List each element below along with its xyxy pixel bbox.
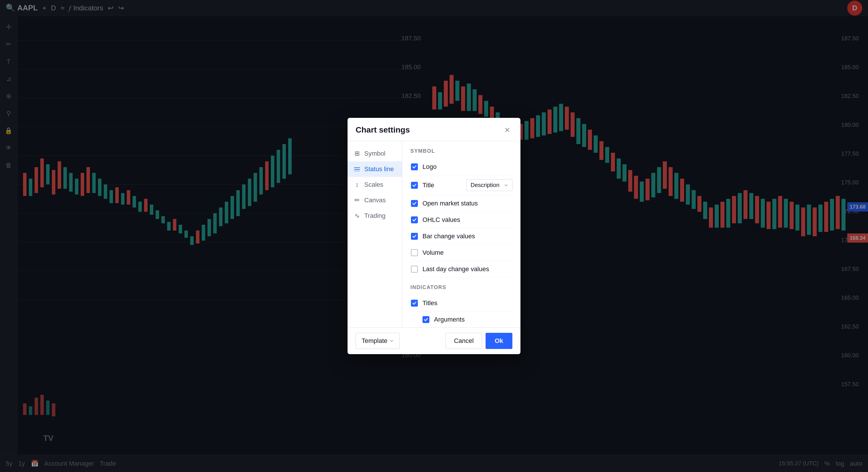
modal-nav: ⊞ Symbol Status line ↕ Scales xyxy=(347,141,402,327)
check-icon xyxy=(412,164,417,169)
chevron-down-icon xyxy=(504,183,508,187)
nav-item-status-line[interactable]: Status line xyxy=(347,161,402,177)
modal-header: Chart settings xyxy=(347,118,521,141)
modal-title: Chart settings xyxy=(355,125,410,134)
bar-change-values-row: Bar change values xyxy=(410,228,513,245)
titles-row: Titles xyxy=(410,295,513,312)
logo-label: Logo xyxy=(423,163,513,170)
nav-label-scales: Scales xyxy=(364,181,383,188)
close-icon xyxy=(504,127,510,133)
ohlc-label: OHLC values xyxy=(423,216,513,224)
bar-change-checkbox[interactable] xyxy=(411,233,418,240)
titles-checkbox-wrapper[interactable] xyxy=(410,299,418,307)
title-dropdown[interactable]: Description xyxy=(466,179,513,191)
check-icon xyxy=(412,201,417,206)
volume-label: Volume xyxy=(423,249,513,256)
check-icon xyxy=(412,234,417,239)
logo-checkbox-wrapper[interactable] xyxy=(410,163,418,171)
volume-checkbox-wrapper[interactable] xyxy=(410,249,418,257)
check-icon xyxy=(412,218,417,222)
nav-item-trading[interactable]: ∿ Trading xyxy=(347,208,402,224)
title-label: Title xyxy=(423,182,462,189)
nav-label-status-line: Status line xyxy=(364,165,394,173)
title-checkbox[interactable] xyxy=(411,182,418,189)
chevron-down-icon xyxy=(390,339,394,343)
open-market-status-label: Open market status xyxy=(423,200,513,207)
close-button[interactable] xyxy=(502,125,513,135)
trading-nav-icon: ∿ xyxy=(353,212,361,220)
modal-footer: Template Cancel Ok xyxy=(347,327,521,354)
last-day-change-checkbox-wrapper[interactable] xyxy=(410,265,418,273)
canvas-nav-icon: ✏ xyxy=(353,196,361,204)
arguments-checkbox[interactable] xyxy=(423,316,429,323)
nav-label-trading: Trading xyxy=(364,212,385,220)
cancel-button[interactable]: Cancel xyxy=(445,333,482,349)
chart-settings-modal: Chart settings ⊞ Symbol xyxy=(347,118,521,354)
ohlc-checkbox[interactable] xyxy=(411,216,418,223)
check-icon xyxy=(412,301,417,306)
symbol-section-label: SYMBOL xyxy=(410,148,513,154)
arguments-label: Arguments xyxy=(434,316,513,323)
template-label: Template xyxy=(362,337,387,345)
nav-item-scales[interactable]: ↕ Scales xyxy=(347,177,402,192)
titles-label: Titles xyxy=(423,300,513,307)
nav-label-canvas: Canvas xyxy=(364,196,386,204)
open-market-status-checkbox[interactable] xyxy=(411,200,418,207)
nav-item-symbol[interactable]: ⊞ Symbol xyxy=(347,146,402,161)
scales-nav-icon: ↕ xyxy=(353,181,361,188)
status-line-nav-icon xyxy=(353,165,361,173)
bar-change-label: Bar change values xyxy=(423,232,513,240)
ohlc-checkbox-wrapper[interactable] xyxy=(410,216,418,224)
ok-button[interactable]: Ok xyxy=(486,333,513,349)
modal-content: SYMBOL Logo xyxy=(402,141,521,327)
title-dropdown-value: Description xyxy=(471,182,499,188)
logo-option-row: Logo xyxy=(410,159,513,175)
last-day-change-checkbox[interactable] xyxy=(411,266,418,273)
ohlc-values-row: OHLC values xyxy=(410,212,513,228)
title-checkbox-wrapper[interactable] xyxy=(410,181,418,189)
arguments-row: Arguments xyxy=(410,312,513,327)
volume-row: Volume xyxy=(410,245,513,261)
nav-item-canvas[interactable]: ✏ Canvas xyxy=(347,192,402,208)
volume-checkbox[interactable] xyxy=(411,249,418,256)
footer-actions: Cancel Ok xyxy=(445,333,513,349)
last-day-change-row: Last day change values xyxy=(410,261,513,278)
bar-change-checkbox-wrapper[interactable] xyxy=(410,232,418,240)
title-option-row: Title Description xyxy=(410,175,513,195)
nav-label-symbol: Symbol xyxy=(364,150,385,157)
check-icon xyxy=(412,183,417,188)
logo-checkbox[interactable] xyxy=(411,163,418,170)
titles-checkbox[interactable] xyxy=(411,300,418,307)
check-icon xyxy=(424,317,428,322)
arguments-checkbox-wrapper[interactable] xyxy=(422,316,430,324)
template-button[interactable]: Template xyxy=(355,333,400,349)
modal-overlay: Chart settings ⊞ Symbol xyxy=(0,0,868,472)
open-market-status-checkbox-wrapper[interactable] xyxy=(410,199,418,208)
modal-body: ⊞ Symbol Status line ↕ Scales xyxy=(347,141,521,327)
symbol-nav-icon: ⊞ xyxy=(353,150,361,157)
indicators-section-label: INDICATORS xyxy=(410,284,513,290)
open-market-status-row: Open market status xyxy=(410,195,513,212)
last-day-change-label: Last day change values xyxy=(423,265,513,273)
